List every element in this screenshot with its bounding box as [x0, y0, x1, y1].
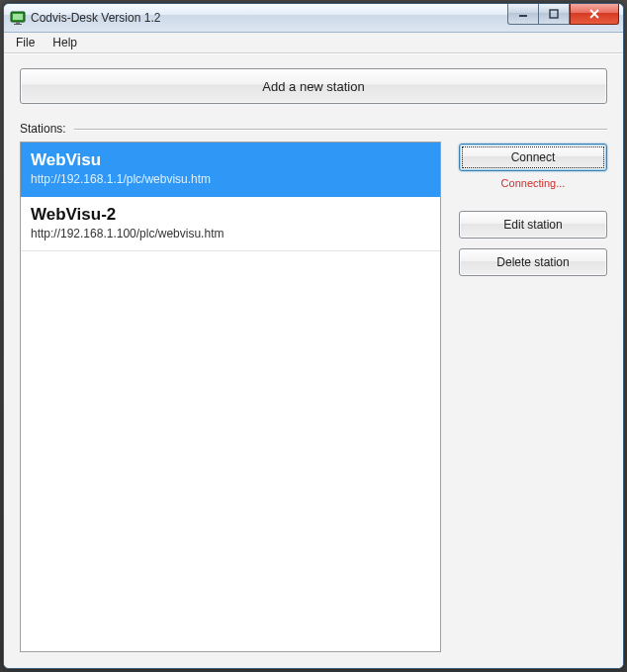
- maximize-button[interactable]: [539, 4, 570, 25]
- close-button[interactable]: [570, 4, 619, 25]
- side-panel: Connect Connecting... Edit station Delet…: [459, 142, 607, 652]
- minimize-button[interactable]: [507, 4, 539, 25]
- svg-rect-4: [519, 15, 527, 17]
- stations-label: Stations:: [20, 122, 66, 136]
- station-url: http://192.168.1.1/plc/webvisu.htm: [31, 172, 430, 186]
- separator-rule: [74, 129, 607, 130]
- window-title: Codvis-Desk Version 1.2: [31, 11, 160, 25]
- connect-status: Connecting...: [459, 177, 607, 189]
- client-area: Add a new station Stations: WebVisuhttp:…: [4, 53, 623, 668]
- app-icon: [10, 10, 26, 26]
- add-station-button[interactable]: Add a new station: [20, 68, 607, 104]
- station-name: WebVisu: [31, 150, 430, 170]
- edit-station-button[interactable]: Edit station: [459, 211, 607, 239]
- station-item[interactable]: WebVisu-2http://192.168.1.100/plc/webvis…: [21, 197, 440, 251]
- station-url: http://192.168.1.100/plc/webvisu.htm: [31, 227, 430, 240]
- stations-header: Stations:: [20, 122, 607, 136]
- app-window: Codvis-Desk Version 1.2 File Help Add a …: [3, 3, 624, 669]
- svg-rect-5: [550, 10, 558, 18]
- svg-rect-3: [14, 24, 22, 25]
- menu-file[interactable]: File: [8, 34, 43, 51]
- svg-rect-1: [13, 14, 23, 20]
- menubar: File Help: [4, 33, 623, 53]
- station-item[interactable]: WebVisuhttp://192.168.1.1/plc/webvisu.ht…: [21, 143, 440, 197]
- menu-help[interactable]: Help: [45, 34, 85, 51]
- titlebar[interactable]: Codvis-Desk Version 1.2: [4, 4, 623, 33]
- connect-button[interactable]: Connect: [459, 144, 607, 171]
- svg-rect-2: [16, 22, 20, 24]
- window-controls: [507, 4, 623, 24]
- station-name: WebVisu-2: [31, 205, 430, 225]
- delete-station-button[interactable]: Delete station: [459, 248, 607, 276]
- station-list[interactable]: WebVisuhttp://192.168.1.1/plc/webvisu.ht…: [20, 142, 441, 652]
